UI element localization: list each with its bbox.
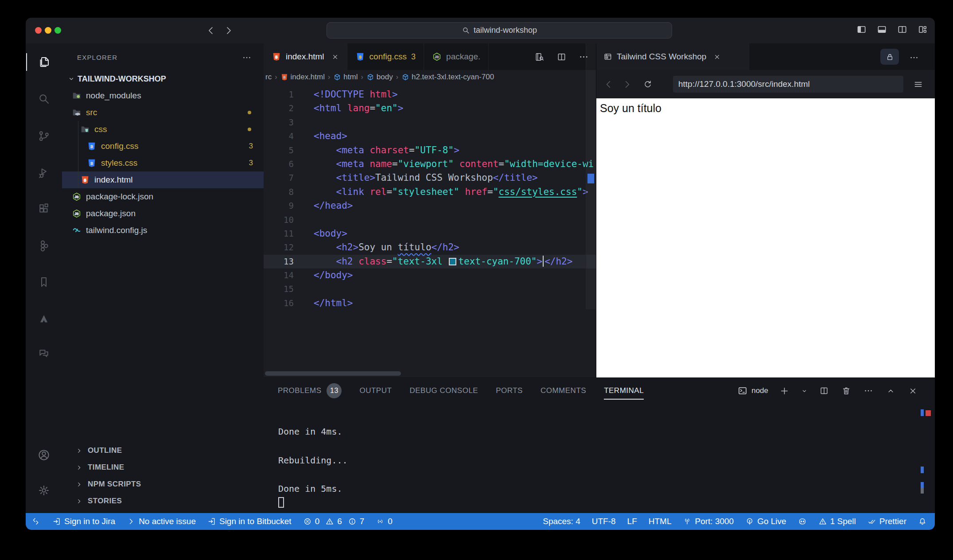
split-terminal-icon[interactable]: [818, 385, 830, 397]
close-icon[interactable]: [331, 53, 339, 61]
tree-root-folder[interactable]: TAILWIND-WORKSHOP: [62, 70, 264, 87]
activity-item-comments[interactable]: [26, 343, 62, 364]
url-input[interactable]: http://127.0.0.1:3000/src/index.html: [673, 76, 903, 93]
panel-tab-ports[interactable]: PORTS: [496, 378, 523, 404]
status-item-spell-checker[interactable]: 1 Spell: [818, 517, 856, 526]
code-line-14[interactable]: 14</body>: [264, 268, 596, 282]
code-line-3[interactable]: 3: [264, 116, 596, 129]
maximize-panel-icon[interactable]: [884, 385, 897, 397]
status-item-remote-indicator[interactable]: [32, 517, 41, 526]
activity-item-source-control[interactable]: [26, 125, 62, 147]
browser-tab[interactable]: Tailwind CSS Workshop: [596, 43, 749, 70]
open-preview-icon[interactable]: [533, 51, 545, 63]
panel-more-actions-icon[interactable]: [862, 385, 875, 397]
toggle-panel-icon[interactable]: [877, 24, 887, 35]
code-line-11[interactable]: 11<body>: [264, 227, 596, 241]
activity-item-explorer[interactable]: [26, 51, 62, 73]
lock-button[interactable]: [880, 49, 899, 65]
code-line-1[interactable]: 1<!DOCTYPE html>: [264, 88, 596, 101]
status-item-prettier[interactable]: Prettier: [867, 517, 906, 526]
section-outline[interactable]: OUTLINE: [62, 442, 264, 459]
activity-item-settings[interactable]: [26, 480, 62, 501]
status-item-notifications[interactable]: [918, 517, 927, 526]
code-line-10[interactable]: 10: [264, 213, 596, 227]
browser-menu-icon[interactable]: [912, 78, 924, 90]
status-item-port[interactable]: Port: 3000: [683, 517, 734, 526]
close-button[interactable]: [35, 27, 42, 34]
code-line-9[interactable]: 9</head>: [264, 199, 596, 213]
activity-item-extensions[interactable]: [26, 198, 62, 219]
code-line-8[interactable]: 8 <link rel="stylesheet" href="css/style…: [264, 185, 596, 199]
breadcrumb-item[interactable]: rc: [265, 73, 272, 82]
kill-terminal-icon[interactable]: [840, 385, 852, 397]
code-line-16[interactable]: 16</html>: [264, 296, 596, 310]
tree-item-package-lock.json[interactable]: JSpackage-lock.json: [62, 188, 264, 205]
breadcrumb-item[interactable]: h2.text-3xl.text-cyan-700: [401, 73, 494, 82]
panel-tab-terminal[interactable]: TERMINAL: [604, 378, 644, 404]
status-item-bitbucket-signin[interactable]: Sign in to Bitbucket: [207, 517, 292, 526]
browser-back-button[interactable]: [602, 78, 615, 90]
code-line-2[interactable]: 2<html lang="en">: [264, 101, 596, 115]
browser-reload-button[interactable]: [641, 78, 653, 90]
close-icon[interactable]: [713, 53, 721, 61]
activity-item-run-and-debug[interactable]: [26, 162, 62, 183]
activity-item-bookmarks[interactable]: [26, 272, 62, 293]
toggle-sidebar-icon[interactable]: [856, 24, 867, 35]
tree-item-src[interactable]: </>src: [62, 104, 264, 121]
tree-item-config.css[interactable]: 3config.css3: [62, 138, 264, 155]
tree-item-tailwind.config.js[interactable]: tailwind.config.js: [62, 222, 264, 239]
panel-tab-problems[interactable]: PROBLEMS13: [278, 378, 342, 404]
editor-tab-index.html[interactable]: 5index.html: [264, 43, 347, 70]
new-terminal-icon[interactable]: [778, 385, 790, 397]
close-panel-icon[interactable]: [906, 385, 919, 397]
code-line-15[interactable]: 15: [264, 282, 596, 296]
zoom-button[interactable]: [54, 27, 61, 34]
split-editor-icon[interactable]: [897, 24, 907, 35]
status-item-copilot[interactable]: [798, 517, 807, 526]
panel-tab-comments[interactable]: COMMENTS: [541, 378, 586, 404]
activity-item-figma[interactable]: [26, 235, 62, 257]
section-npm-scripts[interactable]: NPM SCRIPTS: [62, 476, 264, 493]
tree-item-index.html[interactable]: 5index.html: [62, 171, 264, 188]
panel-tab-debug-console[interactable]: DEBUG CONSOLE: [409, 378, 478, 404]
terminal-dropdown-icon[interactable]: [800, 385, 808, 397]
terminal-output[interactable]: Done in 4ms. Rebuilding... Done in 5ms.: [278, 424, 348, 510]
code-editor[interactable]: 1<!DOCTYPE html>2<html lang="en">34<head…: [264, 84, 596, 372]
browser-forward-button[interactable]: [621, 78, 633, 90]
breadcrumb-item[interactable]: 5index.html: [280, 73, 325, 82]
customize-layout-icon[interactable]: [918, 24, 928, 35]
status-item-eol[interactable]: LF: [627, 517, 637, 526]
status-item-language-mode[interactable]: HTML: [649, 517, 672, 526]
tree-item-styles.css[interactable]: 3styles.css3: [62, 155, 264, 171]
editor-tab-config.css[interactable]: 3config.css3: [347, 43, 424, 70]
minimize-button[interactable]: [45, 27, 51, 34]
status-item-problems-summary[interactable]: 067: [303, 517, 365, 526]
breadcrumb-item[interactable]: html: [333, 73, 358, 82]
editor-horizontal-scrollbar[interactable]: [265, 371, 401, 376]
status-item-jira-signin[interactable]: Sign in to Jira: [52, 517, 115, 526]
status-item-active-issue[interactable]: No active issue: [127, 517, 196, 526]
section-timeline[interactable]: TIMELINE: [62, 459, 264, 476]
explorer-more-actions[interactable]: [241, 51, 253, 64]
terminal-shell-selector[interactable]: node: [737, 385, 768, 396]
code-line-7[interactable]: 7 <title>Tailwind CSS Workshop</title>: [264, 171, 596, 185]
breadcrumb-item[interactable]: body: [366, 73, 393, 82]
status-item-encoding[interactable]: UTF-8: [592, 517, 616, 526]
color-swatch-decorator[interactable]: [449, 258, 456, 265]
code-line-5[interactable]: 5 <meta charset="UTF-8">: [264, 144, 596, 157]
code-line-6[interactable]: 6 <meta name="viewport" content="width=d…: [264, 157, 596, 171]
tree-item-package.json[interactable]: JSpackage.json: [62, 205, 264, 222]
activity-item-search[interactable]: [26, 88, 62, 109]
history-back-button[interactable]: [205, 24, 217, 37]
split-editor-icon[interactable]: [555, 51, 568, 63]
panel-tab-output[interactable]: OUTPUT: [359, 378, 392, 404]
command-center-search[interactable]: tailwind-workshop: [327, 22, 672, 39]
status-item-indentation[interactable]: Spaces: 4: [543, 517, 580, 526]
code-line-12[interactable]: 12 <h2>Soy un título</h2>: [264, 241, 596, 254]
history-forward-button[interactable]: [222, 24, 235, 37]
code-line-13[interactable]: 13 <h2 class="text-3xl text-cyan-700"></…: [264, 255, 596, 268]
section-stories[interactable]: STORIES: [62, 493, 264, 509]
tree-item-node_modules[interactable]: node_modules: [62, 87, 264, 104]
code-line-4[interactable]: 4<head>: [264, 129, 596, 143]
status-item-go-live[interactable]: Go Live: [745, 517, 786, 526]
